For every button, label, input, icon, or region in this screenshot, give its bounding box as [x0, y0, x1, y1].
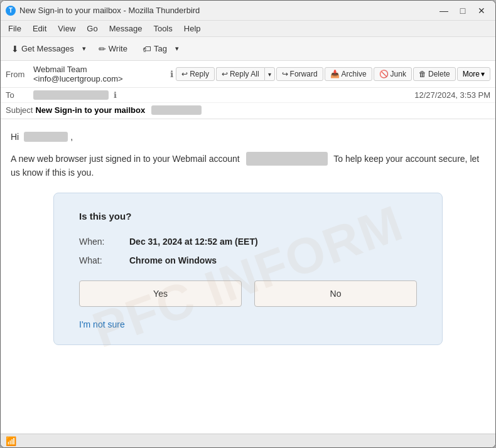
tag-group: 🏷 Tag ▾ [137, 41, 182, 57]
subject-value: New Sign-in to your mailbox ████████ [35, 105, 201, 115]
email-date: 12/27/2024, 3:53 PM [414, 90, 490, 100]
email-body: PFC INFORM Hi ██████, A new web browser … [1, 119, 495, 434]
reply-icon: ↩ [181, 70, 188, 78]
sender-name: Webmail Team <info@lucertgroup.com> [33, 65, 168, 83]
menubar: File Edit View Go Message Tools Help [1, 21, 495, 37]
reply-all-button[interactable]: ↩ Reply All [216, 67, 264, 81]
subject-blurred: ████████ [151, 105, 202, 115]
menu-edit[interactable]: Edit [28, 23, 51, 35]
email-subject-row: Subject New Sign-in to your mailbox ████… [1, 103, 495, 119]
menu-go[interactable]: Go [82, 23, 102, 35]
more-label: More [463, 70, 480, 78]
reply-button[interactable]: ↩ Reply [176, 67, 215, 81]
to-info-icon: ℹ [114, 90, 117, 100]
reply-label: Reply [190, 70, 209, 78]
no-button[interactable]: No [254, 280, 417, 307]
account-blurred: ████████████ [246, 152, 328, 166]
email-greeting: Hi ██████, [11, 132, 485, 142]
reply-all-dropdown-button[interactable]: ▾ [264, 67, 275, 81]
app-icon: T [6, 6, 16, 16]
signin-card: Is this you? When: Dec 31, 2024 at 12:52… [53, 193, 443, 345]
what-label: What: [79, 255, 129, 265]
what-value: Chrome on Windows [129, 255, 217, 265]
menu-tools[interactable]: Tools [148, 23, 177, 35]
statusbar: 📶 [1, 434, 495, 447]
email-from-row: From Webmail Team <info@lucertgroup.com>… [1, 61, 495, 88]
tag-button[interactable]: 🏷 Tag [137, 41, 172, 57]
write-label: Write [109, 44, 127, 53]
to-value: ████████████ ℹ [33, 90, 412, 100]
more-button[interactable]: More ▾ [457, 67, 490, 81]
more-arrow-icon: ▾ [481, 70, 485, 78]
tag-label: Tag [154, 44, 167, 53]
thunderbird-window: T New Sign-in to your mailbox - Mozilla … [0, 0, 496, 448]
write-button[interactable]: ✏ Write [92, 41, 134, 57]
toolbar: ⬇ Get Messages ▾ ✏ Write 🏷 Tag ▾ [1, 37, 495, 61]
junk-icon: 🚫 [379, 70, 389, 78]
download-icon: ⬇ [11, 44, 19, 54]
subject-text: New Sign-in to your mailbox [35, 105, 145, 115]
not-sure-link[interactable]: I'm not sure [79, 319, 125, 329]
action-buttons: ↩ Reply ↩ Reply All ▾ ↪ Forward 📥 Archi [176, 67, 490, 81]
sender-info-icon: ℹ [170, 69, 173, 79]
connection-icon: 📶 [6, 436, 16, 446]
menu-message[interactable]: Message [104, 23, 148, 35]
card-what-row: What: Chrome on Windows [79, 255, 417, 265]
email-header: From Webmail Team <info@lucertgroup.com>… [1, 61, 495, 119]
get-messages-dropdown-button[interactable]: ▾ [79, 41, 89, 56]
delete-label: Delete [428, 70, 450, 78]
greeting-name-blurred: ██████ [24, 132, 68, 142]
forward-icon: ↪ [282, 70, 288, 78]
maximize-button[interactable]: □ [454, 3, 472, 18]
forward-button[interactable]: ↪ Forward [276, 67, 323, 81]
tag-icon: 🏷 [143, 44, 151, 54]
reply-all-label: Reply All [230, 70, 259, 78]
to-label: To [6, 90, 31, 100]
archive-label: Archive [342, 70, 367, 78]
forward-label: Forward [290, 70, 318, 78]
window-title: New Sign-in to your mailbox - Mozilla Th… [19, 6, 435, 15]
reply-all-group: ↩ Reply All ▾ [216, 67, 275, 81]
junk-button[interactable]: 🚫 Junk [374, 67, 412, 81]
card-question: Is this you? [79, 211, 417, 221]
minimize-button[interactable]: — [435, 3, 453, 18]
write-icon: ✏ [99, 44, 106, 54]
archive-icon: 📥 [330, 70, 340, 78]
get-messages-button[interactable]: ⬇ Get Messages [6, 41, 79, 57]
tag-dropdown-button[interactable]: ▾ [172, 41, 182, 56]
from-label: From [6, 70, 31, 79]
get-messages-group: ⬇ Get Messages ▾ [6, 41, 89, 57]
archive-button[interactable]: 📥 Archive [325, 67, 372, 81]
from-value: Webmail Team <info@lucertgroup.com> ℹ [33, 65, 173, 83]
when-label: When: [79, 237, 129, 247]
card-buttons: Yes No [79, 280, 417, 307]
menu-help[interactable]: Help [179, 23, 206, 35]
get-messages-label: Get Messages [21, 44, 74, 53]
subject-label: Subject [6, 105, 33, 115]
card-when-row: When: Dec 31, 2024 at 12:52 am (EET) [79, 237, 417, 247]
email-paragraph: A new web browser just signed in to your… [11, 152, 485, 180]
reply-all-icon: ↩ [222, 70, 228, 78]
menu-view[interactable]: View [53, 23, 80, 35]
menu-file[interactable]: File [3, 23, 26, 35]
delete-button[interactable]: 🗑 Delete [413, 67, 456, 81]
to-address-blurred: ████████████ [33, 90, 109, 100]
window-controls: — □ ✕ [435, 3, 490, 18]
when-value: Dec 31, 2024 at 12:52 am (EET) [129, 237, 258, 247]
yes-button[interactable]: Yes [79, 280, 242, 307]
email-to-row: To ████████████ ℹ 12/27/2024, 3:53 PM [1, 88, 495, 103]
close-button[interactable]: ✕ [473, 3, 490, 18]
junk-label: Junk [391, 70, 406, 78]
delete-icon: 🗑 [419, 70, 426, 78]
titlebar: T New Sign-in to your mailbox - Mozilla … [1, 1, 495, 21]
